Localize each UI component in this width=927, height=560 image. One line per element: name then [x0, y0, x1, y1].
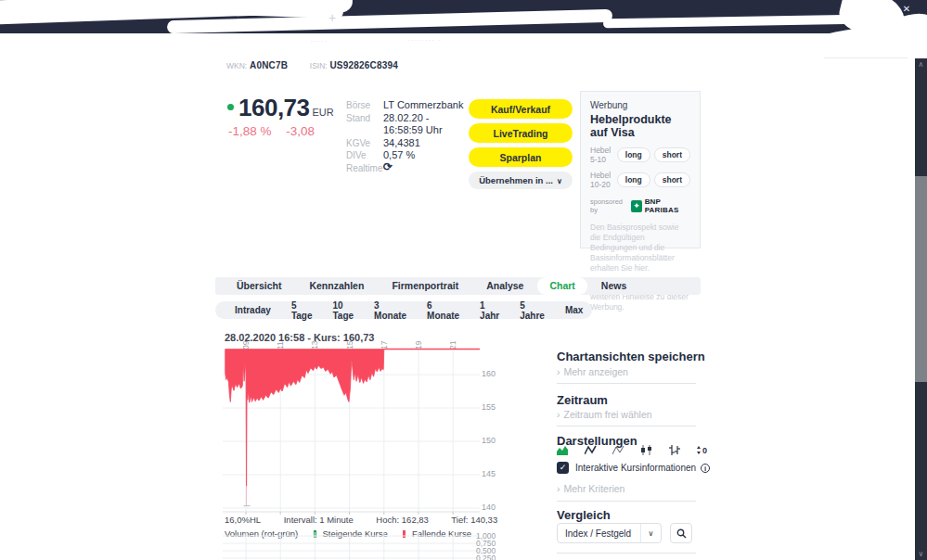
performance-zero-line-icon[interactable]: 0	[696, 445, 709, 455]
quote-info-table: Börse LT Commerzbank Stand 28.02.20 - 16…	[346, 99, 463, 174]
redaction-smudge: ........ .	[408, 36, 443, 42]
chart-stats-line: 16,0%HL Intervall: 1 Minute Hoch: 162,83…	[225, 515, 497, 525]
long-button[interactable]: long	[617, 172, 650, 187]
info-label: KGVe	[346, 137, 383, 150]
range-10-tage[interactable]: 10 Tage	[323, 300, 365, 321]
y-axis-tick: 160	[482, 369, 496, 378]
ohlc-bar-chart-icon[interactable]	[668, 445, 680, 455]
y-axis-tick: 150	[482, 436, 496, 445]
free-period-link[interactable]: ›Zeitraum frei wählen	[557, 409, 652, 420]
sponsor-name: BNP PARIBAS	[645, 197, 690, 214]
vertical-scrollbar[interactable]: ∧ ∨	[915, 58, 927, 560]
info-row-dive: DIVe 0,57 %	[346, 149, 463, 162]
ad-box: Werbung Hebelprodukte auf Visa Hebel 5-1…	[580, 91, 701, 248]
thin-line-chart-icon[interactable]	[612, 445, 624, 455]
change-percent: -1,88 %	[228, 124, 272, 138]
info-row-realtime: Realtime ⟳	[346, 162, 463, 175]
price-change: -1,88 % -3,08	[228, 124, 315, 138]
tab-analyse[interactable]: Analyse	[472, 279, 537, 293]
high-label: Hoch:	[376, 515, 399, 525]
chart-range-tabs: Intraday 5 Tage 10 Tage 3 Monate 6 Monat…	[215, 301, 592, 319]
sparplan-button[interactable]: Sparplan	[469, 147, 573, 167]
chevron-right-icon: ›	[557, 409, 560, 420]
isin-label: ISIN:	[310, 61, 328, 70]
compare-select[interactable]: Index / Festgeld ∨	[557, 523, 662, 543]
browser-titlebar: + – ▢ ✕	[0, 0, 927, 33]
scroll-down-icon[interactable]: ∨	[915, 550, 927, 558]
divider	[557, 553, 696, 554]
range-max[interactable]: Max	[555, 305, 593, 315]
svg-text:0: 0	[702, 446, 707, 455]
ad-title: Hebelprodukte auf Visa	[590, 113, 690, 139]
isin-value: US92826C8394	[329, 60, 398, 70]
tab-kennzahlen[interactable]: Kennzahlen	[295, 279, 378, 293]
apply-in-dropdown[interactable]: Übernehmen in ...∨	[469, 172, 573, 189]
tab-news[interactable]: News	[587, 279, 640, 293]
buy-sell-button[interactable]: Kauf/Verkauf	[469, 99, 573, 119]
chevron-right-icon: ›	[557, 483, 560, 494]
price-currency: EUR	[313, 107, 334, 118]
info-value: LT Commerzbank	[383, 99, 463, 112]
candlestick-chart-icon[interactable]	[640, 445, 652, 455]
scrollbar-thumb[interactable]	[915, 176, 927, 382]
interval-label: Intervall:	[284, 515, 317, 525]
more-criteria-link[interactable]: ›Mehr Kriterien	[557, 483, 624, 494]
y-axis-tick: 155	[482, 402, 496, 412]
short-button[interactable]: short	[654, 147, 690, 162]
range-1-jahr[interactable]: 1 Jahr	[470, 300, 509, 321]
ad-row-hebel-10-20: Hebel 10-20 long short	[590, 171, 690, 189]
area-chart-icon[interactable]	[557, 445, 569, 455]
high-value: 162,83	[402, 515, 429, 525]
quote-price: 160,73EUR	[227, 94, 334, 122]
hebel-label: Hebel 5-10	[590, 146, 613, 164]
show-more-link[interactable]: ›Mehr anzeigen	[557, 366, 628, 377]
ad-row-hebel-5-10: Hebel 5-10 long short	[590, 146, 690, 164]
new-tab-button[interactable]: +	[326, 12, 339, 25]
redaction-scribble	[603, 15, 863, 29]
browser-toolbar-redacted: ..... ........ .	[0, 33, 927, 58]
scroll-up-icon[interactable]: ∧	[915, 60, 927, 69]
info-row-boerse: Börse LT Commerzbank	[346, 99, 463, 112]
range-intraday[interactable]: Intraday	[225, 305, 281, 315]
hebel-label: Hebel 10-20	[590, 171, 613, 189]
range-5-tage[interactable]: 5 Tage	[281, 300, 323, 321]
short-button[interactable]: short	[654, 172, 690, 187]
ad-label: Werbung	[590, 100, 690, 110]
tab-uebersicht[interactable]: Übersicht	[223, 279, 295, 293]
divider	[557, 383, 696, 384]
price-chart[interactable]	[223, 347, 480, 514]
security-identifiers: WKN: A0NC7B ISIN: US92826C8394	[226, 60, 398, 70]
range-3-monate[interactable]: 3 Monate	[364, 300, 417, 321]
compare-title: Vergleich	[557, 508, 611, 522]
range-6-monate[interactable]: 6 Monate	[417, 300, 470, 321]
info-label: Realtime	[346, 162, 383, 175]
bnp-paribas-logo-icon: ✦	[631, 200, 641, 212]
tab-firmenportrait[interactable]: Firmenportrait	[378, 279, 472, 293]
chevron-right-icon: ›	[557, 366, 560, 377]
tab-chart[interactable]: Chart	[537, 277, 586, 295]
sponsored-by-label: sponsored by	[590, 197, 626, 214]
long-button[interactable]: long	[617, 147, 650, 162]
hl-percent: 16,0%HL	[225, 515, 261, 525]
info-label: Stand	[346, 112, 383, 137]
info-label: DIVe	[346, 149, 383, 162]
chevron-down-icon: ∨	[640, 524, 661, 542]
ad-disclaimer-1: Den Basisprospekt sowie die Endgültigen …	[590, 223, 690, 274]
info-icon[interactable]: i	[701, 464, 710, 473]
range-5-jahre[interactable]: 5 Jahre	[509, 300, 555, 321]
checkbox-checked[interactable]: ✓	[557, 462, 569, 474]
chevron-down-icon: ∨	[557, 177, 562, 185]
compare-search-button[interactable]	[670, 523, 692, 543]
livetrading-button[interactable]: LiveTrading	[469, 123, 573, 143]
period-title: Zeitraum	[557, 393, 608, 407]
chart-style-icons: 0	[557, 445, 709, 455]
realtime-dot-icon	[227, 104, 234, 110]
line-chart-icon[interactable]	[585, 445, 597, 455]
app-window: + – ▢ ✕ ..... ........ . ∧ ∨ WKN: A0NC7B…	[0, 0, 927, 560]
interactive-quotes-option: ✓ Interaktive Kursinformationen i	[557, 462, 710, 474]
save-chart-views-title: Chartansichten speichern	[557, 350, 705, 363]
redaction-smudge: .....	[311, 37, 328, 43]
trade-actions: Kauf/Verkauf LiveTrading Sparplan Überne…	[469, 99, 573, 189]
compare-select-value: Index / Festgeld	[565, 528, 631, 539]
realtime-refresh-icon[interactable]: ⟳	[383, 162, 393, 175]
